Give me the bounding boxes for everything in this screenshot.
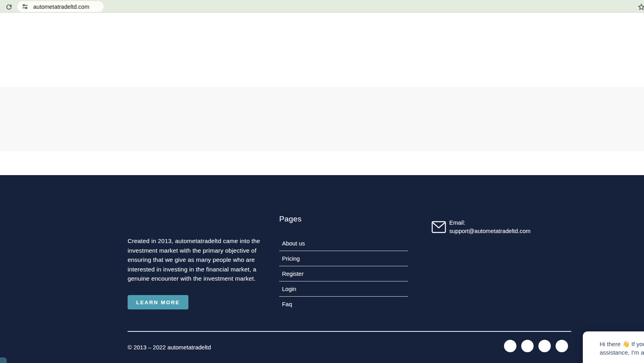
- reload-icon: [4, 3, 13, 11]
- reload-button[interactable]: [4, 2, 13, 11]
- social-icon-2[interactable]: [521, 340, 534, 352]
- social-icons-row: [504, 340, 568, 352]
- social-icon-1[interactable]: [504, 340, 516, 352]
- star-icon: [637, 3, 644, 11]
- email-address[interactable]: support@autometatradeltd.com: [449, 227, 530, 235]
- footer-link-pricing[interactable]: Pricing: [279, 251, 408, 266]
- social-icon-3[interactable]: [538, 340, 551, 352]
- content-section-bottom: [0, 151, 644, 175]
- chat-widget[interactable]: Hi there 👋 If you assistance, I'm al: [583, 331, 644, 363]
- chat-message-line1: Hi there 👋 If you: [600, 340, 644, 348]
- content-section-middle: [0, 87, 644, 151]
- site-settings-icon[interactable]: [22, 3, 28, 10]
- browser-window: autometatradeltd.com Created in 2013, au…: [0, 0, 644, 363]
- footer-pages-links: About us Pricing Register Login Faq: [279, 236, 408, 311]
- footer-about-text: Created in 2013, autometatradeltd came i…: [128, 236, 264, 283]
- footer-link-register[interactable]: Register: [279, 266, 408, 281]
- url-text[interactable]: autometatradeltd.com: [33, 4, 89, 10]
- site-footer: Created in 2013, autometatradeltd came i…: [0, 175, 644, 363]
- envelope-icon: [432, 221, 446, 233]
- corner-widget[interactable]: [0, 357, 7, 363]
- content-section-top: [0, 13, 644, 87]
- footer-contact: Email: support@autometatradeltd.com: [432, 219, 530, 235]
- footer-divider: [128, 331, 571, 332]
- footer-link-faq[interactable]: Faq: [279, 297, 408, 311]
- copyright-text: © 2013 – 2022 autometatradeltd: [128, 344, 211, 351]
- footer-link-login[interactable]: Login: [279, 281, 408, 297]
- learn-more-button[interactable]: LEARN MORE: [128, 295, 188, 309]
- bookmark-button[interactable]: [637, 2, 644, 12]
- social-icon-4[interactable]: [556, 340, 568, 352]
- email-label: Email:: [449, 219, 530, 227]
- footer-link-about-us[interactable]: About us: [279, 236, 408, 251]
- url-bar[interactable]: autometatradeltd.com: [17, 1, 104, 12]
- footer-pages-heading: Pages: [279, 215, 302, 223]
- browser-toolbar: autometatradeltd.com: [0, 0, 644, 13]
- chat-message-line2: assistance, I'm al: [600, 348, 644, 357]
